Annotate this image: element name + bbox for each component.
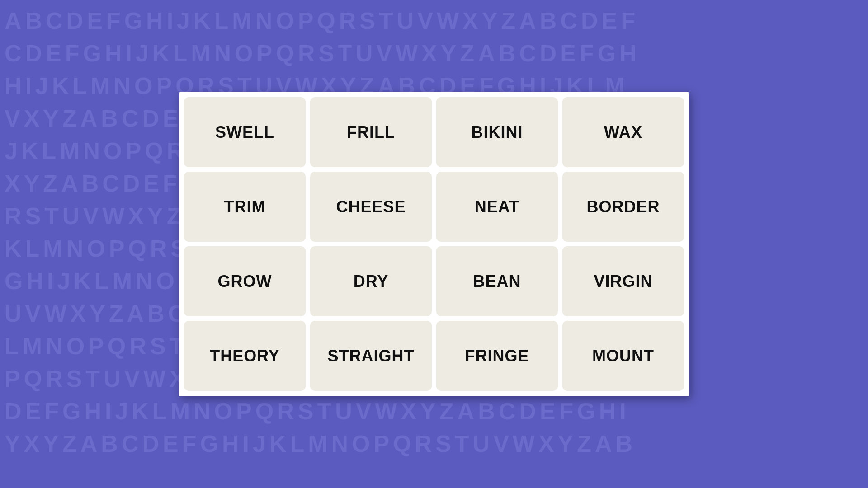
word-label: FRILL (347, 123, 395, 142)
word-card-neat[interactable]: NEAT (436, 172, 558, 242)
word-card-cheese[interactable]: CHEESE (310, 172, 432, 242)
word-card-bean[interactable]: BEAN (436, 246, 558, 316)
word-card-theory[interactable]: THEORY (184, 321, 306, 391)
word-card-dry[interactable]: DRY (310, 246, 432, 316)
word-card-wax[interactable]: WAX (562, 97, 684, 167)
word-card-fringe[interactable]: FRINGE (436, 321, 558, 391)
word-card-straight[interactable]: STRAIGHT (310, 321, 432, 391)
word-label: THEORY (210, 347, 280, 366)
word-label: CHEESE (336, 197, 406, 216)
word-label: BEAN (473, 272, 521, 291)
word-card-mount[interactable]: MOUNT (562, 321, 684, 391)
word-label: MOUNT (592, 347, 654, 366)
word-label: DRY (354, 272, 389, 291)
word-card-bikini[interactable]: BIKINI (436, 97, 558, 167)
word-label: FRINGE (465, 347, 529, 366)
word-label: TRIM (224, 197, 266, 216)
word-label: STRAIGHT (328, 347, 415, 366)
word-card-border[interactable]: BORDER (562, 172, 684, 242)
word-label: BORDER (586, 197, 660, 216)
word-label: SWELL (215, 123, 274, 142)
word-card-swell[interactable]: SWELL (184, 97, 306, 167)
word-grid: SWELLFRILLBIKINIWAXTRIMCHEESENEATBORDERG… (184, 97, 684, 391)
word-card-frill[interactable]: FRILL (310, 97, 432, 167)
word-label: BIKINI (472, 123, 523, 142)
card-panel: SWELLFRILLBIKINIWAXTRIMCHEESENEATBORDERG… (179, 92, 689, 396)
word-label: NEAT (475, 197, 519, 216)
word-label: WAX (604, 123, 642, 142)
word-card-trim[interactable]: TRIM (184, 172, 306, 242)
word-card-virgin[interactable]: VIRGIN (562, 246, 684, 316)
word-label: VIRGIN (594, 272, 652, 291)
word-card-grow[interactable]: GROW (184, 246, 306, 316)
word-label: GROW (218, 272, 272, 291)
